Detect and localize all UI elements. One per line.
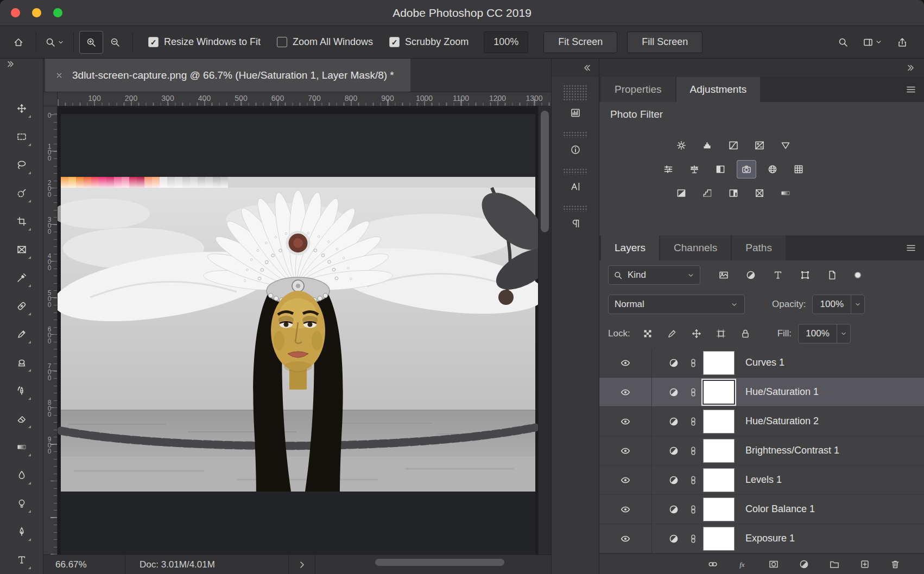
add-mask-button[interactable] [767, 557, 781, 571]
canvas-viewport[interactable] [58, 106, 538, 554]
search-button[interactable] [831, 31, 855, 54]
share-button[interactable] [890, 31, 914, 54]
adjustment-selective-color[interactable] [750, 184, 769, 202]
adjustment-color-balance[interactable] [685, 161, 704, 178]
tab-paths[interactable]: Paths [732, 235, 786, 260]
layer-row-levels-1[interactable]: Levels 1 [599, 465, 924, 495]
vertical-scrollbar[interactable] [538, 106, 551, 554]
tool-marquee[interactable] [9, 123, 35, 151]
canvas-image[interactable] [58, 106, 538, 554]
adjustment-gradient-map[interactable] [776, 184, 795, 202]
layer-visibility-toggle[interactable] [599, 524, 652, 553]
layer-row-exposure-1[interactable]: Exposure 1 [599, 524, 924, 553]
adjustment-color-lookup[interactable] [789, 161, 808, 178]
layer-visibility-toggle[interactable] [599, 407, 652, 436]
layer-row-color-balance-1[interactable]: Color Balance 1 [599, 495, 924, 524]
zoom-in-button[interactable] [79, 31, 103, 54]
tool-move[interactable] [9, 94, 35, 123]
adjustment-vibrance[interactable] [776, 137, 795, 154]
layer-name[interactable]: Brightness/Contrast 1 [745, 445, 839, 456]
layer-name[interactable]: Hue/Saturation 2 [745, 416, 819, 427]
layer-style-button[interactable]: fx [736, 557, 750, 571]
blend-mode-dropdown[interactable]: Normal [608, 295, 745, 314]
filter-pixel-button[interactable] [717, 268, 731, 282]
tool-healing[interactable] [9, 292, 35, 320]
checkbox-box[interactable]: ✓ [148, 37, 159, 47]
fill-screen-button[interactable]: Fill Screen [627, 31, 703, 53]
panel-gripper[interactable] [563, 205, 588, 212]
adjustment-hue-saturation[interactable] [659, 161, 678, 178]
adjustment-layer-icon[interactable] [668, 387, 679, 398]
tool-eyedropper[interactable] [9, 264, 35, 292]
panel-menu-icon[interactable] [906, 84, 916, 97]
checkbox-scrubby-zoom[interactable]: ✓ Scrubby Zoom [389, 36, 469, 48]
layer-name[interactable]: Levels 1 [745, 474, 782, 486]
document-tab[interactable]: 3dlut-screen-capture.png @ 66.7% (Hue/Sa… [45, 59, 410, 92]
new-layer-button[interactable] [858, 557, 872, 571]
adjustment-posterize[interactable] [698, 184, 717, 202]
toolbar-expand[interactable] [0, 59, 43, 69]
layer-visibility-toggle[interactable] [599, 348, 652, 377]
layer-mask-thumbnail[interactable] [703, 410, 735, 433]
chevron-down-icon[interactable] [837, 324, 850, 343]
tool-blur[interactable] [9, 461, 35, 489]
tool-frame[interactable] [9, 235, 35, 264]
close-icon[interactable] [55, 71, 64, 80]
adjustment-layer-icon[interactable] [668, 416, 679, 427]
layer-name[interactable]: Exposure 1 [745, 533, 795, 544]
layer-row-brightness-contrast-1[interactable]: Brightness/Contrast 1 [599, 436, 924, 465]
adjustment-threshold[interactable] [724, 184, 743, 202]
tool-type[interactable] [9, 546, 35, 574]
layer-mask-thumbnail[interactable] [703, 439, 735, 463]
character-panel-button[interactable] [562, 175, 588, 199]
status-options-button[interactable] [289, 555, 315, 574]
filter-shape-button[interactable] [798, 268, 812, 282]
layer-row-hue-saturation-1[interactable]: Hue/Saturation 1 [599, 378, 924, 407]
adjustment-curves[interactable] [724, 137, 743, 154]
opacity-field[interactable]: 100% [812, 295, 865, 314]
vertical-scroll-thumb[interactable] [541, 111, 549, 232]
collapse-dock-button[interactable] [599, 59, 924, 77]
layer-visibility-toggle[interactable] [599, 378, 652, 406]
adjustment-layer-icon[interactable] [668, 445, 679, 456]
zoom-window-button[interactable] [53, 8, 62, 17]
tool-gradient-tool[interactable] [9, 433, 35, 461]
fit-screen-button[interactable]: Fit Screen [543, 31, 617, 53]
layer-mask-thumbnail[interactable] [703, 351, 735, 375]
tool-lasso[interactable] [9, 151, 35, 179]
fill-field[interactable]: 100% [798, 324, 851, 343]
layer-visibility-toggle[interactable] [599, 495, 652, 524]
lock-artboard-button[interactable] [714, 327, 728, 341]
expand-dock-button[interactable] [552, 59, 599, 77]
horizontal-scroll-thumb[interactable] [375, 559, 504, 566]
minimize-window-button[interactable] [32, 8, 41, 17]
adjustment-layer-icon[interactable] [668, 533, 679, 544]
close-window-button[interactable] [11, 8, 20, 17]
zoom-tool-preset[interactable] [42, 37, 68, 48]
layer-row-curves-1[interactable]: Curves 1 [599, 348, 924, 378]
workspace-switcher[interactable] [863, 37, 883, 48]
adjustment-layer-icon[interactable] [668, 475, 679, 486]
tool-clone-stamp[interactable] [9, 348, 35, 377]
panel-gripper[interactable] [563, 131, 588, 138]
layer-mask-thumbnail[interactable] [703, 527, 735, 551]
checkbox-zoom-all-windows[interactable]: Zoom All Windows [277, 36, 373, 48]
checkbox-box[interactable] [277, 37, 287, 47]
zoom-out-button[interactable] [103, 31, 127, 54]
layer-name[interactable]: Color Balance 1 [745, 503, 815, 515]
info-panel-button[interactable] [562, 138, 588, 162]
panel-menu-icon[interactable] [906, 243, 916, 256]
tool-pencil[interactable] [9, 320, 35, 348]
delete-layer-button[interactable] [888, 557, 902, 571]
layer-mask-thumbnail[interactable] [703, 468, 735, 492]
tab-adjustments[interactable]: Adjustments [676, 77, 761, 102]
layer-name[interactable]: Hue/Saturation 1 [745, 386, 819, 398]
new-group-button[interactable] [827, 557, 841, 571]
checkbox-box[interactable]: ✓ [389, 37, 400, 47]
tab-properties[interactable]: Properties [601, 77, 675, 102]
layer-visibility-toggle[interactable] [599, 436, 652, 465]
chevron-down-icon[interactable] [851, 295, 864, 314]
tool-eraser[interactable] [9, 405, 35, 433]
tool-pen[interactable] [9, 518, 35, 546]
tab-layers[interactable]: Layers [601, 235, 659, 260]
